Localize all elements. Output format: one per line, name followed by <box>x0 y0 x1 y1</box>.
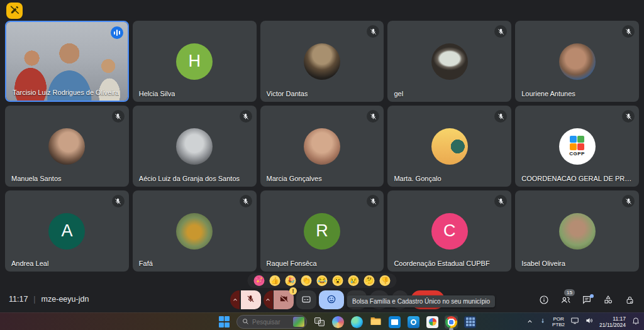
avatar <box>559 43 596 80</box>
participant-name: Helcia Silva <box>139 90 175 97</box>
chat-button[interactable] <box>581 295 592 307</box>
avatar <box>176 128 213 165</box>
windows-logo-icon <box>219 316 230 327</box>
show-everyone-button[interactable]: 15 <box>560 295 571 307</box>
reaction-heart[interactable]: 💖 <box>254 275 265 286</box>
participant-tile-manuela[interactable]: Manuela Santos <box>5 106 129 187</box>
reaction-surprised[interactable]: 😮 <box>333 275 343 286</box>
participant-tile-cgpp[interactable]: CGPP COORDENACAO GERAL DE PROGRAMAS E PR… <box>515 106 639 187</box>
extension-tooltip: Bolsa Família e Cadastro Único no seu mu… <box>347 295 495 307</box>
divider: | <box>33 295 35 304</box>
avatar-letter: A <box>61 221 72 241</box>
cgpp-logo: CGPP <box>559 128 596 165</box>
grid-app-icon <box>464 316 476 328</box>
participant-name: Marta. Gonçalo <box>394 175 441 182</box>
info-icon <box>539 295 549 307</box>
participant-tile-isabel[interactable]: Isabel Oliveira <box>515 190 639 272</box>
mic-mute-button[interactable] <box>241 290 261 309</box>
participant-name: Isabel Oliveira <box>521 260 565 267</box>
participant-tile-gel[interactable]: gel <box>387 21 511 102</box>
taskbar-search[interactable] <box>236 315 307 329</box>
activities-button[interactable] <box>602 295 614 307</box>
participant-name: Tarcisio Luiz Rodrigues de Oliveira <box>13 89 119 96</box>
mic-control-group <box>230 290 261 309</box>
display-icon[interactable] <box>570 316 579 327</box>
download-arrow-icon[interactable] <box>539 316 547 327</box>
notification-bell-icon[interactable] <box>631 316 640 327</box>
participant-tile-marcia[interactable]: Marcia Gonçalves <box>260 106 384 187</box>
chrome-button[interactable] <box>445 316 458 329</box>
pen-off-icon <box>10 5 19 16</box>
participant-tile-helcia[interactable]: H Helcia Silva <box>133 21 257 102</box>
language-indicator[interactable]: POR PTB2 <box>552 316 565 327</box>
meeting-details-button[interactable] <box>538 295 550 307</box>
participant-tile-louriene[interactable]: Louriene Antunes <box>515 21 639 102</box>
avatar <box>559 213 596 250</box>
participant-name: Raquel Fonsêca <box>267 260 317 267</box>
participant-tile-raquel[interactable]: R Raquel Fonsêca <box>260 190 384 272</box>
copilot-button[interactable] <box>331 316 345 329</box>
task-view-icon <box>314 317 325 326</box>
mic-off-icon <box>622 110 635 123</box>
reaction-clap[interactable]: 👏 <box>301 275 312 286</box>
camera-alert-badge: ! <box>289 287 297 295</box>
avatar <box>431 128 468 165</box>
outlook-button[interactable] <box>407 316 420 329</box>
mic-off-icon <box>494 195 507 207</box>
microsoft-store-button[interactable] <box>388 316 401 329</box>
participant-tile-tarcisio[interactable]: Tarcisio Luiz Rodrigues de Oliveira <box>5 21 129 102</box>
tray-time: 11:17 <box>599 316 626 322</box>
avatar <box>304 128 340 165</box>
host-controls-button[interactable] <box>624 295 635 307</box>
participant-count-badge: 15 <box>564 289 575 296</box>
lock-icon <box>625 295 635 307</box>
participant-tile-andrea[interactable]: A Andrea Leal <box>5 190 129 272</box>
avatar: C <box>431 213 468 250</box>
mic-options-chevron[interactable] <box>230 290 240 309</box>
reaction-thumbs-down[interactable]: 👎 <box>380 275 391 286</box>
camera-options-chevron[interactable] <box>264 290 273 309</box>
reaction-tada[interactable]: 🎉 <box>286 275 296 286</box>
search-input[interactable] <box>252 319 290 326</box>
camera-toggle-button[interactable]: ! <box>274 290 294 309</box>
captions-button[interactable] <box>296 290 316 309</box>
edge-icon <box>351 316 363 328</box>
avatar <box>176 213 213 250</box>
taskbar-clock[interactable]: 11:17 21/11/2024 <box>599 316 626 328</box>
edge-button[interactable] <box>350 316 364 329</box>
task-view-button[interactable] <box>313 316 326 329</box>
system-tray: POR PTB2 11:17 21/11/2024 <box>526 313 640 330</box>
participant-grid: Tarcisio Luiz Rodrigues de Oliveira H He… <box>5 21 639 272</box>
chrome-icon <box>445 316 457 328</box>
camera-off-icon <box>279 294 289 305</box>
camera-control-group: ! <box>264 290 294 309</box>
grid-app-button[interactable] <box>464 316 477 329</box>
search-highlight-thumbnail[interactable] <box>293 317 304 327</box>
reaction-thinking[interactable]: 🤔 <box>364 275 375 286</box>
photos-button[interactable] <box>426 316 439 329</box>
file-explorer-button[interactable] <box>369 316 382 329</box>
mic-off-icon <box>367 195 379 207</box>
hidden-icons-chevron[interactable] <box>526 316 533 327</box>
participant-name: Manuela Santos <box>11 175 62 182</box>
search-icon <box>242 316 249 327</box>
participant-name: gel <box>394 90 403 97</box>
mic-off-icon <box>494 110 507 123</box>
reactions-button[interactable] <box>319 290 344 309</box>
reaction-cry[interactable]: 😢 <box>348 275 359 286</box>
participant-tile-marta[interactable]: Marta. Gonçalo <box>387 106 511 187</box>
reaction-joy[interactable]: 😂 <box>317 275 328 286</box>
reaction-thumbs-up[interactable]: 👍 <box>270 275 280 286</box>
photos-icon <box>426 316 438 328</box>
participant-tile-fafa[interactable]: Fafá <box>133 190 257 272</box>
avatar-letter: C <box>443 221 456 241</box>
avatar: H <box>176 43 213 80</box>
annotation-toggle-button[interactable] <box>6 3 23 19</box>
start-button[interactable] <box>218 316 231 329</box>
participant-tile-victor[interactable]: Victor Dantas <box>260 21 384 102</box>
avatar: R <box>304 213 340 250</box>
participant-tile-cupbf[interactable]: C Coordenação Estadual CUPBF <box>387 190 511 272</box>
participant-tile-aecio[interactable]: Aécio Luiz da Granja dos Santos <box>133 106 257 187</box>
volume-icon[interactable] <box>585 316 594 327</box>
smiley-icon <box>326 294 336 306</box>
